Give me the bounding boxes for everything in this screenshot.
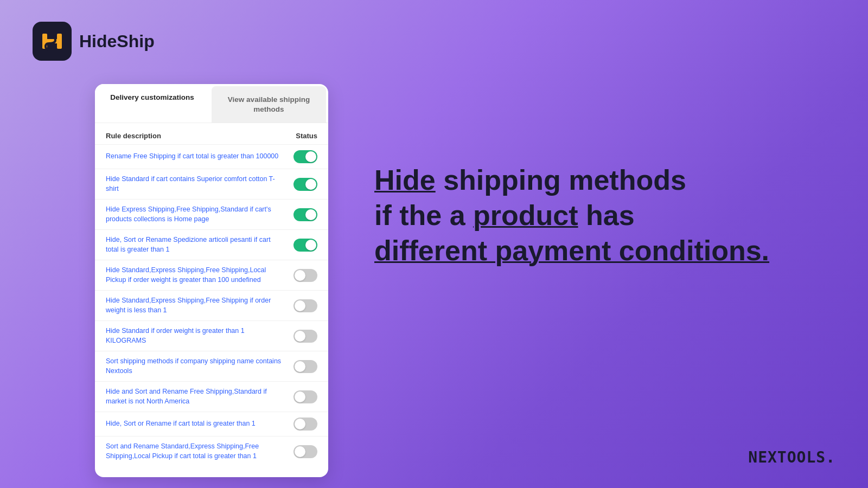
rule-toggle-4[interactable] bbox=[293, 239, 317, 252]
rule-toggle-10[interactable] bbox=[293, 418, 317, 431]
rule-text-11[interactable]: Sort and Rename Standard,Express Shippin… bbox=[106, 442, 293, 461]
hero-line1: shipping methods bbox=[436, 164, 686, 196]
logo-area: HideShip bbox=[33, 22, 155, 61]
rule-row: Hide Standard if cart contains Superior … bbox=[95, 169, 328, 199]
table-header: Rule description Status bbox=[95, 129, 328, 144]
rule-toggle-9[interactable] bbox=[293, 390, 317, 403]
rule-toggle-11[interactable] bbox=[293, 445, 317, 458]
hero-product: product bbox=[473, 200, 578, 231]
rule-text-4[interactable]: Hide, Sort or Rename Spedizione articoli… bbox=[106, 235, 293, 254]
rule-toggle-7[interactable] bbox=[293, 330, 317, 343]
rule-toggle-1[interactable] bbox=[293, 150, 317, 163]
rule-text-2[interactable]: Hide Standard if cart contains Superior … bbox=[106, 175, 293, 194]
hero-line2a: if the a bbox=[374, 200, 473, 231]
rule-row: Hide Standard if order weight is greater… bbox=[95, 320, 328, 351]
rule-row: Sort and Rename Standard,Express Shippin… bbox=[95, 436, 328, 466]
rule-row: Hide, Sort or Rename Spedizione articoli… bbox=[95, 229, 328, 260]
rule-row: Rename Free Shipping if cart total is gr… bbox=[95, 144, 328, 169]
rules-list: Rename Free Shipping if cart total is gr… bbox=[95, 144, 328, 466]
nextools-brand: NEXTOOLS. bbox=[748, 448, 835, 466]
rule-row: Hide Express Shipping,Free Shipping,Stan… bbox=[95, 199, 328, 229]
rule-toggle-2[interactable] bbox=[293, 178, 317, 191]
rule-text-7[interactable]: Hide Standard if order weight is greater… bbox=[106, 326, 293, 345]
rule-row: Hide Standard,Express Shipping,Free Ship… bbox=[95, 290, 328, 320]
app-name: HideShip bbox=[79, 31, 155, 52]
hero-line2b: has bbox=[578, 200, 635, 231]
rule-row: Hide, Sort or Rename if cart total is gr… bbox=[95, 412, 328, 436]
hero-text: Hide shipping methods if the a product h… bbox=[374, 163, 835, 268]
rule-text-6[interactable]: Hide Standard,Express Shipping,Free Ship… bbox=[106, 296, 293, 315]
rule-text-9[interactable]: Hide and Sort and Rename Free Shipping,S… bbox=[106, 387, 293, 406]
main-card: Delivery customizations View available s… bbox=[95, 84, 328, 477]
col-rule-description: Rule description bbox=[106, 132, 161, 140]
rule-text-1[interactable]: Rename Free Shipping if cart total is gr… bbox=[106, 152, 293, 162]
col-status: Status bbox=[296, 132, 317, 140]
rule-text-8[interactable]: Sort shipping methods if company shippin… bbox=[106, 357, 293, 376]
rule-toggle-3[interactable] bbox=[293, 208, 317, 221]
tab-view-shipping[interactable]: View available shipping methods bbox=[212, 86, 326, 123]
rule-row: Hide and Sort and Rename Free Shipping,S… bbox=[95, 381, 328, 412]
card-tabs: Delivery customizations View available s… bbox=[95, 84, 328, 123]
hero-line3: different payment conditions. bbox=[374, 235, 769, 266]
rule-toggle-5[interactable] bbox=[293, 269, 317, 282]
rule-text-5[interactable]: Hide Standard,Express Shipping,Free Ship… bbox=[106, 266, 293, 285]
svg-rect-2 bbox=[57, 34, 62, 49]
rule-toggle-8[interactable] bbox=[293, 360, 317, 373]
app-icon bbox=[33, 22, 72, 61]
hero-hide: Hide bbox=[374, 164, 436, 196]
rule-row: Sort shipping methods if company shippin… bbox=[95, 351, 328, 381]
rule-toggle-6[interactable] bbox=[293, 299, 317, 312]
tab-delivery-customizations[interactable]: Delivery customizations bbox=[95, 84, 209, 123]
hero-section: Hide shipping methods if the a product h… bbox=[374, 163, 835, 268]
rule-row: Hide Standard,Express Shipping,Free Ship… bbox=[95, 260, 328, 290]
rule-text-3[interactable]: Hide Express Shipping,Free Shipping,Stan… bbox=[106, 205, 293, 224]
rule-text-10[interactable]: Hide, Sort or Rename if cart total is gr… bbox=[106, 419, 293, 429]
